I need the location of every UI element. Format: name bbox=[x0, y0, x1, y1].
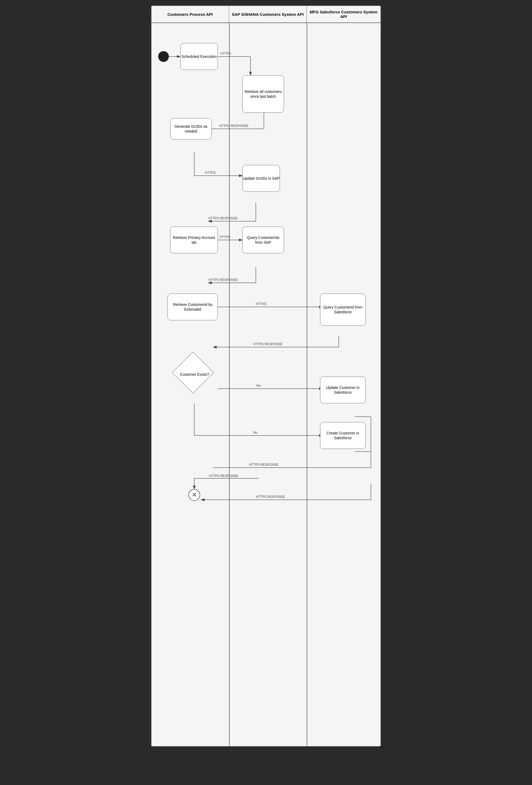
retrieve-all-customers-node: Retrieve all customers since last batch bbox=[242, 75, 284, 113]
svg-text:Yes: Yes bbox=[256, 384, 261, 387]
svg-text:HTTPS RESPONSE: HTTPS RESPONSE bbox=[209, 278, 238, 282]
diagram-header: Customers Process API SAP S/4HANA Custom… bbox=[152, 6, 380, 23]
end-x-icon: ✕ bbox=[192, 491, 197, 499]
svg-text:HTTPS: HTTPS bbox=[256, 302, 266, 306]
svg-text:HTTPS RESPONSE: HTTPS RESPONSE bbox=[256, 495, 285, 499]
diagram-wrapper: Customers Process API SAP S/4HANA Custom… bbox=[151, 5, 381, 747]
lane-divider-1 bbox=[229, 23, 230, 746]
svg-text:HTTPS RESPONSE: HTTPS RESPONSE bbox=[219, 124, 248, 128]
query-customer-ids-node: Query CustomerIds from SAP bbox=[242, 227, 284, 253]
start-node bbox=[158, 51, 169, 62]
svg-text:No: No bbox=[253, 431, 258, 434]
update-guids-sap-node: Update GUIDs in SAP bbox=[242, 165, 280, 192]
create-customer-node: Create Customer in Salesforce bbox=[320, 422, 366, 449]
query-customer-salesforce-node: Query CustomerId from Salesforce bbox=[320, 294, 366, 326]
diagram-body: HTTPS HTTPS RESPONSE HTTPS HTTPS RESPONS… bbox=[152, 23, 380, 746]
header-col-1: Customers Process API bbox=[152, 6, 229, 23]
update-customer-node: Update Customer in Salesforce bbox=[320, 377, 366, 403]
scheduled-execution-node: Scheduled Execution bbox=[180, 43, 218, 70]
lane-divider-2 bbox=[307, 23, 307, 746]
header-col-3: MFG Salesforce Customers System API bbox=[307, 6, 380, 23]
svg-text:HTTPS RESPONSE: HTTPS RESPONSE bbox=[209, 217, 238, 220]
retrieve-customer-id-node: Retrieve CustomerId by ExternalId bbox=[167, 294, 218, 320]
svg-text:HTTPS RESPONSE: HTTPS RESPONSE bbox=[253, 342, 282, 346]
generate-guids-node: Generate GUIDs as needed bbox=[170, 118, 212, 140]
end-node: ✕ bbox=[188, 489, 200, 501]
retrieve-primary-account-node: Retrieve Primary Account Ids bbox=[170, 227, 218, 253]
customer-exists-label: Customer Exists? bbox=[171, 361, 218, 388]
svg-text:HTTPS: HTTPS bbox=[220, 235, 230, 239]
svg-text:HTTPS RESPONSE: HTTPS RESPONSE bbox=[209, 474, 238, 478]
svg-text:HTTPS: HTTPS bbox=[205, 171, 215, 175]
svg-text:HTTPS RESPONSE: HTTPS RESPONSE bbox=[249, 463, 278, 466]
header-col-2: SAP S/4HANA Customers System API bbox=[229, 6, 307, 23]
